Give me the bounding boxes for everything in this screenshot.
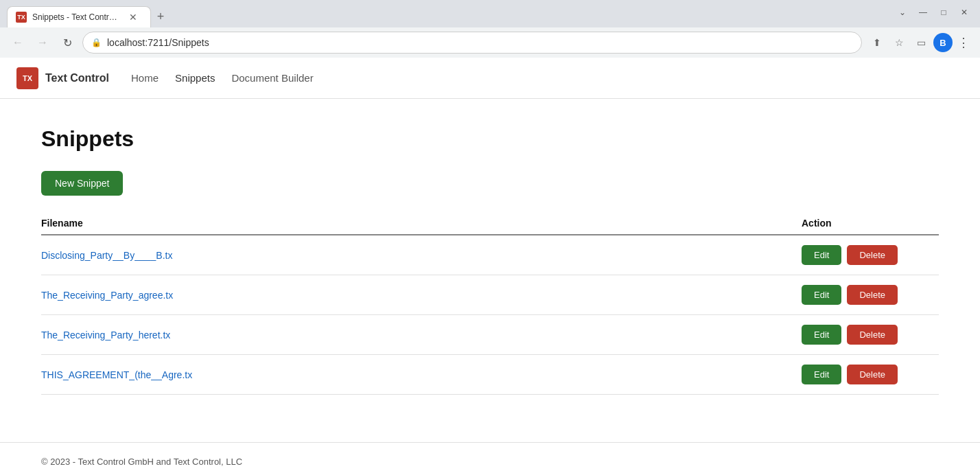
sidebar-toggle-button[interactable]: ▭: [911, 33, 931, 52]
file-link[interactable]: THIS_AGREEMENT_(the__Agre.tx: [41, 369, 192, 380]
action-buttons: EditDelete: [802, 245, 939, 265]
table-row: Disclosing_Party__By____B.txEditDelete: [41, 235, 939, 275]
brand: TX Text Control: [16, 67, 109, 89]
reload-button[interactable]: ↻: [58, 33, 77, 52]
window-minimize-button[interactable]: ⌄: [894, 5, 911, 19]
browser-tab[interactable]: TX Snippets - Text Control Docume... ✕: [7, 6, 151, 27]
action-buttons: EditDelete: [802, 325, 939, 345]
file-link[interactable]: The_Receiving_Party_heret.tx: [41, 330, 170, 341]
navbar: TX Text Control Home Snippets Document B…: [0, 58, 980, 99]
edit-button[interactable]: Edit: [802, 365, 841, 384]
window-maximize-button[interactable]: □: [935, 5, 953, 19]
nav-link-home[interactable]: Home: [131, 69, 159, 86]
brand-name: Text Control: [45, 72, 109, 84]
share-button[interactable]: ⬆: [867, 33, 887, 52]
window-close-button[interactable]: ✕: [955, 5, 973, 19]
nav-link-snippets[interactable]: Snippets: [175, 69, 215, 86]
file-link[interactable]: The_Receiving_Party_agree.tx: [41, 290, 173, 301]
main-content: Snippets New Snippet Filename Action Dis…: [0, 99, 980, 442]
footer: © 2023 - Text Control GmbH and Text Cont…: [0, 442, 980, 473]
col-header-filename: Filename: [41, 212, 802, 235]
brand-logo: TX: [16, 67, 38, 89]
edit-button[interactable]: Edit: [802, 285, 841, 305]
table-row: The_Receiving_Party_agree.txEditDelete: [41, 275, 939, 315]
action-buttons: EditDelete: [802, 285, 939, 305]
back-button[interactable]: ←: [8, 33, 27, 52]
window-minimize-button2[interactable]: —: [914, 5, 932, 19]
delete-button[interactable]: Delete: [847, 365, 898, 384]
tab-close-button[interactable]: ✕: [127, 11, 139, 23]
nav-links: Home Snippets Document Builder: [131, 69, 314, 86]
new-snippet-button[interactable]: New Snippet: [41, 171, 123, 196]
address-text: localhost:7211/Snippets: [107, 37, 853, 48]
bookmark-button[interactable]: ☆: [889, 33, 909, 52]
new-tab-button[interactable]: +: [151, 7, 170, 26]
col-header-action: Action: [802, 212, 939, 235]
action-buttons: EditDelete: [802, 365, 939, 384]
table-row: The_Receiving_Party_heret.txEditDelete: [41, 315, 939, 355]
lock-icon: 🔒: [91, 38, 102, 47]
edit-button[interactable]: Edit: [802, 245, 841, 265]
footer-text: © 2023 - Text Control GmbH and Text Cont…: [41, 457, 242, 467]
edit-button[interactable]: Edit: [802, 325, 841, 345]
browser-menu-button[interactable]: ⋮: [955, 35, 972, 50]
file-link[interactable]: Disclosing_Party__By____B.tx: [41, 250, 172, 261]
delete-button[interactable]: Delete: [847, 285, 898, 305]
tab-title: Snippets - Text Control Docume...: [32, 12, 121, 22]
nav-link-document-builder[interactable]: Document Builder: [231, 69, 313, 86]
page-title: Snippets: [41, 126, 939, 152]
table-row: THIS_AGREEMENT_(the__Agre.txEditDelete: [41, 355, 939, 395]
forward-button[interactable]: →: [33, 33, 52, 52]
snippets-table: Filename Action Disclosing_Party__By____…: [41, 212, 939, 395]
profile-button[interactable]: B: [933, 33, 953, 52]
delete-button[interactable]: Delete: [847, 325, 898, 345]
delete-button[interactable]: Delete: [847, 245, 898, 265]
address-bar[interactable]: 🔒 localhost:7211/Snippets: [82, 32, 862, 54]
tab-favicon: TX: [16, 12, 27, 23]
